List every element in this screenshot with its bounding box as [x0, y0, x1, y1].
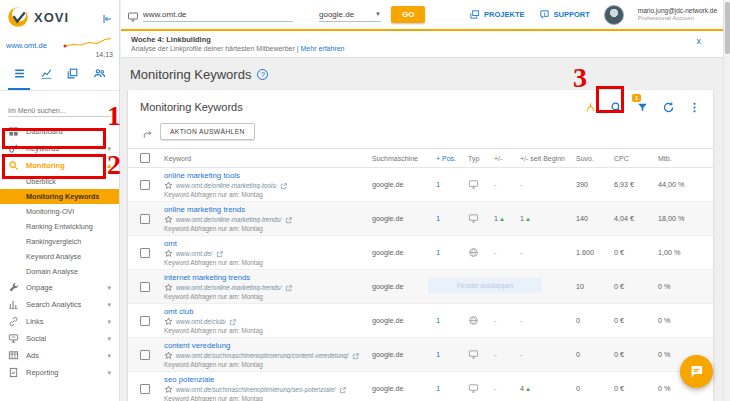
- external-link-icon[interactable]: [285, 216, 293, 224]
- sidebar-item-links[interactable]: Links▾: [0, 313, 119, 330]
- dash-value: -: [494, 350, 496, 359]
- external-link-icon[interactable]: [339, 386, 347, 394]
- page-scrollbar[interactable]: [723, 0, 730, 401]
- sidebar-item-dashboard[interactable]: Dashboard: [0, 123, 119, 140]
- row-checkbox[interactable]: [140, 214, 150, 224]
- star-icon[interactable]: [164, 317, 173, 326]
- delta-cell: -: [494, 350, 520, 359]
- header-typ[interactable]: Typ: [468, 155, 494, 162]
- chevron-up-icon: ▴: [107, 162, 111, 170]
- refresh-icon[interactable]: [662, 100, 675, 113]
- tab-users-icon[interactable]: [89, 66, 111, 90]
- star-icon[interactable]: [164, 181, 173, 190]
- filter-icon[interactable]: 1: [636, 100, 649, 113]
- sidebar-item-rankingvergleich[interactable]: Rankingvergleich: [0, 234, 119, 249]
- menu-search-input[interactable]: [8, 105, 111, 117]
- row-checkbox[interactable]: [140, 350, 150, 360]
- keyword-url-row: www.omt.de/club/: [164, 317, 372, 326]
- header-mtb[interactable]: Mtb.: [658, 155, 701, 162]
- header-suvo[interactable]: Suvo.: [576, 155, 614, 162]
- sidebar-item-keyword-analyse[interactable]: Keyword Analyse: [0, 249, 119, 264]
- chat-widget-button[interactable]: [680, 355, 713, 388]
- engine-cell: google.de: [372, 282, 436, 291]
- sidebar-item-ads[interactable]: Ads▾: [0, 347, 119, 364]
- account-info[interactable]: mario.jung@jdc-network.de Professional A…: [638, 7, 717, 22]
- sidebar-item-onpage[interactable]: Onpage▾: [0, 279, 119, 296]
- ovi-sparkline: 14,13: [61, 35, 113, 58]
- keyword-query-note: Keyword Abfragen nur am: Montag: [164, 259, 372, 266]
- external-link-icon[interactable]: [280, 182, 288, 190]
- row-checkbox[interactable]: [140, 248, 150, 258]
- url-input[interactable]: [143, 8, 293, 22]
- sidebar-item-monitoring-keywords[interactable]: Monitoring Keywords: [0, 189, 119, 204]
- header-suchmaschine[interactable]: Suchmaschine: [372, 155, 436, 162]
- more-menu-icon[interactable]: [688, 100, 701, 113]
- row-checkbox[interactable]: [140, 384, 150, 394]
- external-link-icon[interactable]: [229, 318, 237, 326]
- suvo-cell: 0: [576, 350, 614, 359]
- scrollbar-thumb[interactable]: [725, 2, 730, 54]
- star-icon[interactable]: [164, 249, 173, 258]
- position-cell[interactable]: 1: [436, 316, 468, 325]
- sidebar-item-social[interactable]: Social▾: [0, 330, 119, 347]
- external-link-icon[interactable]: [285, 284, 293, 292]
- star-icon[interactable]: [164, 385, 173, 394]
- keyword-link[interactable]: online marketing tools: [164, 171, 372, 180]
- go-button[interactable]: GO: [391, 6, 425, 23]
- header-delta-begin[interactable]: +/- seit Beginn: [520, 155, 576, 162]
- support-link[interactable]: SUPPORT: [539, 9, 590, 20]
- select-all-checkbox[interactable]: [140, 153, 150, 163]
- sidebar-item-search-analytics[interactable]: Search Analytics▾: [0, 296, 119, 313]
- delta-cell: -: [494, 282, 520, 291]
- keyword-link[interactable]: seo potenziale: [164, 375, 372, 384]
- user-avatar[interactable]: [604, 5, 624, 25]
- notice-close-icon[interactable]: x: [697, 36, 702, 46]
- sidebar-item-domain-analyse[interactable]: Domain Analyse: [0, 264, 119, 279]
- column-settings-icon[interactable]: [584, 100, 597, 113]
- position-cell[interactable]: 1: [436, 350, 468, 359]
- sidebar-collapse-icon[interactable]: [101, 11, 113, 23]
- position-cell[interactable]: 1: [436, 180, 468, 189]
- row-checkbox[interactable]: [140, 180, 150, 190]
- keyword-link[interactable]: online marketing trends: [164, 205, 372, 214]
- position-cell[interactable]: 1: [436, 282, 468, 291]
- sidebar-item-keywords[interactable]: Keywords▾: [0, 140, 119, 157]
- position-cell[interactable]: 1: [436, 214, 468, 223]
- star-icon[interactable]: [164, 283, 173, 292]
- keyword-link[interactable]: omt club: [164, 307, 372, 316]
- position-cell[interactable]: 1: [436, 384, 468, 393]
- sidebar-item-monitoring-ovi[interactable]: Monitoring-OVI: [0, 204, 119, 219]
- external-link-icon[interactable]: [216, 250, 224, 258]
- arrow-up-icon: ▲: [499, 216, 505, 222]
- help-icon[interactable]: ?: [257, 69, 268, 80]
- header-pos-sorted[interactable]: + Pos.: [436, 155, 468, 162]
- forward-arrow-icon[interactable]: [142, 126, 153, 137]
- search-icon[interactable]: [610, 100, 623, 113]
- search-engine-select[interactable]: google.de ▼: [319, 8, 381, 22]
- keyword-link[interactable]: internet marketing trends: [164, 273, 372, 282]
- star-icon[interactable]: [164, 351, 173, 360]
- select-action-button[interactable]: AKTION AUSWÄHLEN: [160, 123, 255, 140]
- magnifier-icon: [8, 160, 19, 171]
- header-delta[interactable]: +/-: [494, 155, 520, 162]
- sidebar-item-monitoring[interactable]: Monitoring▴: [0, 157, 119, 174]
- row-checkbox[interactable]: [140, 282, 150, 292]
- star-icon[interactable]: [164, 215, 173, 224]
- position-cell[interactable]: 1: [436, 248, 468, 257]
- sidebar-item-berblick[interactable]: Überblick: [0, 174, 119, 189]
- keyword-link[interactable]: content veredelung: [164, 341, 372, 350]
- tab-menu-icon[interactable]: [8, 66, 30, 90]
- row-checkbox[interactable]: [140, 316, 150, 326]
- projects-link[interactable]: PROJEKTE: [469, 9, 524, 20]
- tab-windows-icon[interactable]: [62, 66, 84, 90]
- sidebar-item-reporting[interactable]: Reporting▾: [0, 364, 119, 381]
- keyword-link[interactable]: omt: [164, 239, 372, 248]
- header-keyword[interactable]: Keyword: [164, 155, 372, 162]
- sidebar-item-ranking-entwicklung[interactable]: Ranking Entwicklung: [0, 219, 119, 234]
- project-domain-link[interactable]: www.omt.de: [6, 41, 47, 50]
- header-cpc[interactable]: CPC: [614, 155, 658, 162]
- dash-value: -: [520, 282, 522, 291]
- external-link-icon[interactable]: [352, 352, 360, 360]
- notice-link[interactable]: Mehr erfahren: [301, 45, 345, 52]
- tab-chart-icon[interactable]: [35, 66, 57, 90]
